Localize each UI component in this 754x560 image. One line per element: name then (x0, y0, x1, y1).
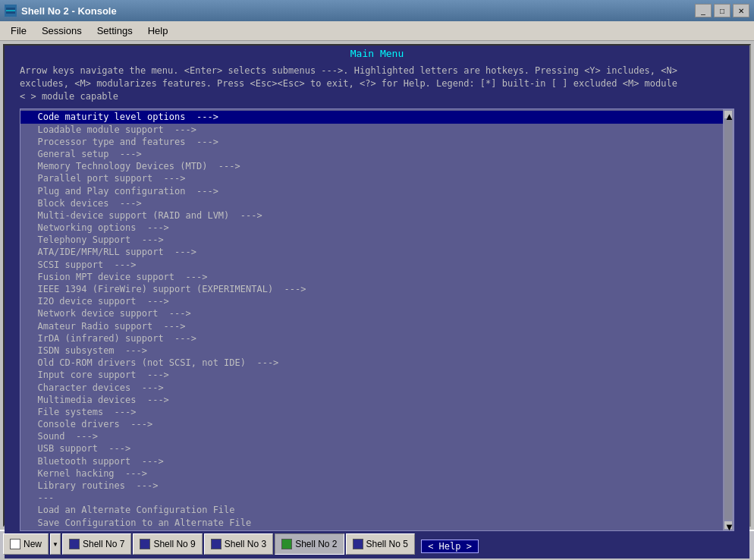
menu-item[interactable]: ATA/IDE/MFM/RLL support ---> (20, 246, 734, 258)
menu-item[interactable]: Multimedia devices ---> (20, 394, 734, 406)
menu-box: Code maturity level options ---> Loadabl… (20, 109, 734, 530)
taskbar-shell9[interactable]: Shell No 9 (133, 533, 202, 555)
new-tab-icon (10, 539, 20, 549)
info-text: Arrow keys navigate the menu. <Enter> se… (5, 61, 749, 105)
menu-item[interactable]: Telephony Support ---> (20, 234, 734, 246)
scroll-down[interactable]: ▼ (724, 521, 732, 529)
menu-item[interactable]: Old CD-ROM drivers (not SCSI, not IDE) -… (20, 357, 734, 369)
menu-file[interactable]: File (3, 24, 34, 38)
menu-item[interactable]: Fusion MPT device support ---> (20, 271, 734, 283)
shell3-label: Shell No 3 (225, 539, 266, 549)
menu-item[interactable]: Network device support ---> (20, 307, 734, 319)
konsole-header: Main Menu (5, 46, 749, 61)
title-bar-left: Shell No 2 - Konsole (5, 5, 117, 17)
menu-item[interactable]: Block devices ---> (20, 197, 734, 209)
menu-item[interactable]: Networking options ---> (20, 222, 734, 234)
shell9-label: Shell No 9 (153, 539, 195, 549)
shell5-label: Shell No 5 (366, 539, 408, 549)
menu-item[interactable]: Multi-device support (RAID and LVM) ---> (20, 209, 734, 222)
taskbar-arrow[interactable]: ▼ (50, 533, 61, 555)
app-icon (5, 5, 17, 17)
menu-item[interactable]: File systems ---> (20, 406, 734, 418)
taskbar-shell5[interactable]: Shell No 5 (346, 533, 415, 555)
window-title: Shell No 2 - Konsole (21, 5, 117, 17)
menu-item[interactable]: --- (20, 492, 734, 504)
scrollbar[interactable]: ▲ ▼ (723, 109, 734, 530)
menu-item[interactable]: Save Configuration to an Alternate File (20, 517, 734, 529)
menu-item[interactable]: Sound ---> (20, 430, 734, 442)
menu-item[interactable]: Memory Technology Devices (MTD) ---> (20, 160, 734, 172)
menu-item[interactable]: Kernel hacking ---> (20, 467, 734, 480)
title-bar: Shell No 2 - Konsole _ □ ✕ (0, 0, 754, 21)
menu-item[interactable]: Load an Alternate Configuration File (20, 504, 734, 516)
main-area: Main Menu Arrow keys navigate the menu. … (3, 44, 751, 527)
menu-item[interactable]: Library routines ---> (20, 480, 734, 492)
main-menu-title: Main Menu (350, 48, 404, 59)
menu-item[interactable]: USB support ---> (20, 442, 734, 455)
help-button[interactable]: < Help > (421, 540, 479, 553)
menu-container: Code maturity level options ---> Loadabl… (5, 105, 749, 533)
menu-item[interactable]: Character devices ---> (20, 382, 734, 394)
menu-item[interactable]: Amateur Radio support ---> (20, 320, 734, 332)
close-button[interactable]: ✕ (733, 4, 749, 17)
info-line2: excludes, <M> modularizes features. Pres… (20, 77, 734, 90)
menu-item[interactable]: Console drivers ---> (20, 418, 734, 430)
menu-item[interactable]: Parallel port support ---> (20, 172, 734, 184)
menu-bar: File Sessions Settings Help (0, 21, 754, 41)
shell7-label: Shell No 7 (83, 539, 124, 549)
menu-item[interactable]: Code maturity level options ---> (20, 111, 734, 123)
taskbar-shell2[interactable]: Shell No 2 (275, 533, 344, 555)
info-line1: Arrow keys navigate the menu. <Enter> se… (20, 64, 734, 77)
new-tab-button[interactable]: New (3, 533, 49, 555)
menu-item[interactable]: IrDA (infrared) support ---> (20, 332, 734, 344)
menu-list: Code maturity level options ---> Loadabl… (20, 109, 734, 530)
maximize-button[interactable]: □ (714, 4, 730, 17)
menu-item[interactable]: Processor type and features ---> (20, 136, 734, 148)
shell2-label: Shell No 2 (295, 539, 337, 549)
taskbar-shell7[interactable]: Shell No 7 (62, 533, 131, 555)
new-tab-label: New (24, 539, 42, 549)
menu-sessions[interactable]: Sessions (34, 24, 90, 38)
shell9-icon (140, 539, 150, 549)
menu-item[interactable]: Plug and Play configuration ---> (20, 185, 734, 197)
shell2-icon (281, 539, 292, 549)
menu-item[interactable]: IEEE 1394 (FireWire) support (EXPERIMENT… (20, 283, 734, 295)
menu-item[interactable]: SCSI support ---> (20, 259, 734, 271)
shell5-icon (353, 539, 363, 549)
shell7-icon (69, 539, 80, 549)
menu-item[interactable]: General setup ---> (20, 148, 734, 160)
shell3-icon (211, 539, 221, 549)
menu-item[interactable]: I2O device support ---> (20, 295, 734, 307)
menu-item[interactable]: ISDN subsystem ---> (20, 344, 734, 357)
menu-item[interactable]: Input core support ---> (20, 369, 734, 381)
minimize-button[interactable]: _ (695, 4, 712, 17)
scroll-up[interactable]: ▲ (724, 111, 732, 118)
scroll-track (724, 120, 732, 519)
menu-item[interactable]: Loadable module support ---> (20, 124, 734, 136)
title-bar-buttons: _ □ ✕ (695, 4, 749, 17)
taskbar-shell3[interactable]: Shell No 3 (204, 533, 273, 555)
menu-help[interactable]: Help (140, 24, 176, 38)
menu-item[interactable]: Bluetooth support ---> (20, 455, 734, 467)
menu-settings[interactable]: Settings (90, 24, 140, 38)
info-line3: < > module capable (20, 90, 734, 103)
